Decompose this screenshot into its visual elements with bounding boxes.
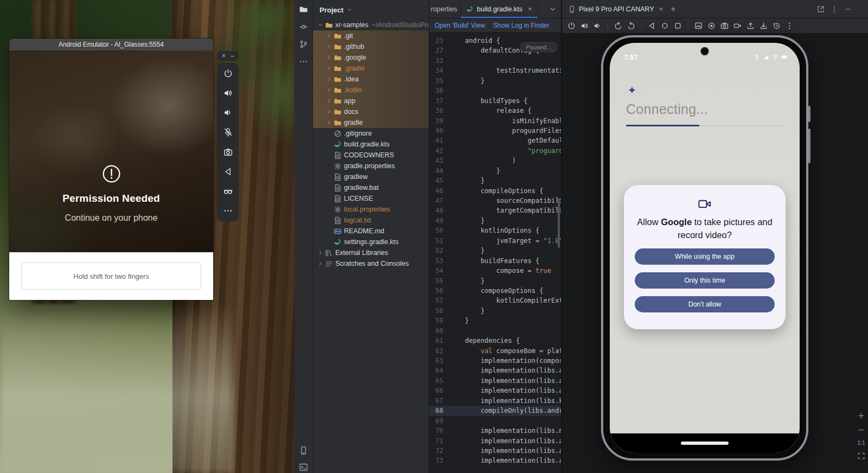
code-line-40[interactable]: 40 proguardFiles(: [429, 126, 561, 136]
download-icon[interactable]: [760, 22, 768, 30]
code-line-56[interactable]: 56 composeOptions {: [429, 286, 561, 296]
code-line-61[interactable]: 61dependencies {: [429, 336, 561, 346]
tree-item--kotlin[interactable]: .kotlin: [313, 85, 429, 95]
zoom-out-button[interactable]: [857, 426, 865, 434]
add-device-tab-button[interactable]: +: [671, 4, 675, 14]
allow-only-this-time-button[interactable]: Only this time: [635, 272, 775, 289]
project-panel-title[interactable]: Project: [320, 6, 343, 14]
device-tab-label[interactable]: Pixel 9 Pro API CANARY: [579, 5, 654, 13]
chevron-right-icon[interactable]: [325, 119, 333, 126]
code-line-37[interactable]: 37 buildTypes {: [429, 96, 561, 106]
emulator-screen[interactable]: Permission Needed Continue on your phone: [9, 50, 213, 252]
tree-item-settings-gradle-kts[interactable]: settings.gradle.kts: [313, 237, 429, 247]
code-line-51[interactable]: 51 jvmTarget = "1.8": [429, 236, 561, 246]
tab-gradle-properties[interactable]: roperties: [429, 0, 461, 18]
virtual-scene-icon[interactable]: [224, 187, 233, 196]
volume-up-icon[interactable]: [224, 88, 233, 98]
tree-item--idea[interactable]: .idea: [313, 74, 429, 85]
code-line-68[interactable]: 68 compileOnly(libs.android: [429, 406, 561, 416]
code-line-46[interactable]: 46 compileOptions {: [429, 186, 561, 196]
chevron-right-icon[interactable]: [325, 54, 333, 61]
allow-while-using-button[interactable]: While using the app: [635, 248, 775, 265]
tree-item-gradle-properties[interactable]: gradle.properties: [313, 161, 429, 171]
chevron-right-icon[interactable]: [316, 250, 324, 256]
fit-screen-button[interactable]: [857, 452, 865, 460]
chevron-right-icon[interactable]: [325, 108, 333, 115]
chevron-right-icon[interactable]: [316, 260, 324, 267]
code-line-38[interactable]: 38 release {: [429, 106, 561, 116]
more-horiz-icon[interactable]: [299, 57, 308, 66]
code-line-72[interactable]: 72 implementation(libs.andr: [429, 446, 561, 456]
code-line-35[interactable]: 35 }: [429, 76, 561, 86]
open-in-window-icon[interactable]: [817, 5, 825, 13]
code-line-48[interactable]: 48 targetCompatibility: [429, 206, 561, 215]
tree-item--github[interactable]: .github: [313, 41, 429, 52]
chevron-down-icon[interactable]: [346, 7, 353, 13]
mic-off-icon[interactable]: [224, 127, 233, 137]
code-line-45[interactable]: 45 }: [429, 176, 561, 186]
video-icon[interactable]: [733, 22, 742, 30]
code-line-41[interactable]: 41 getDefaultPr: [429, 136, 561, 145]
code-line-57[interactable]: 57 kotlinCompilerExtens: [429, 296, 561, 305]
more-vert-icon[interactable]: [786, 22, 794, 30]
phone-screen[interactable]: 7:57 Connecting... Allow Google to: [610, 43, 800, 453]
tree-item--google[interactable]: .google: [313, 52, 429, 63]
close-tab-icon[interactable]: ×: [528, 5, 532, 13]
close-button[interactable]: ×: [222, 52, 226, 60]
code-line-64[interactable]: 64 implementation(libs.andr: [429, 366, 561, 375]
code-line-50[interactable]: 50 kotlinOptions {: [429, 226, 561, 235]
terminal-icon[interactable]: [299, 463, 308, 472]
code-editor[interactable]: Paused... 23android {27 defaultConfig {3…: [429, 33, 561, 473]
tabs-dropdown-icon[interactable]: [549, 5, 557, 13]
code-line-73[interactable]: 73 implementation(libs.andr: [429, 456, 561, 465]
code-line-36[interactable]: 36: [429, 86, 561, 95]
code-line-63[interactable]: 63 implementation(composeBo: [429, 356, 561, 366]
upload-icon[interactable]: [746, 22, 755, 30]
back-icon[interactable]: [224, 167, 233, 176]
branch-icon[interactable]: [299, 40, 308, 49]
code-line-58[interactable]: 58 }: [429, 306, 561, 316]
tree-item-app[interactable]: app: [313, 95, 429, 106]
tree-item-build-gradle-kts[interactable]: build.gradle.kts: [313, 139, 429, 150]
chevron-right-icon[interactable]: [325, 65, 333, 72]
chevron-right-icon[interactable]: [325, 33, 333, 39]
camera-icon[interactable]: [720, 22, 729, 30]
tree-item--gitignore[interactable]: .gitignore: [313, 128, 429, 139]
power-icon[interactable]: [224, 69, 233, 78]
dont-allow-button[interactable]: Don't allow: [635, 296, 775, 312]
overview-icon[interactable]: [674, 22, 682, 30]
tab-build-gradle-kts[interactable]: build.gradle.kts ×: [461, 0, 538, 18]
home-icon[interactable]: [661, 22, 669, 30]
tree-item-license[interactable]: LICENSE: [313, 193, 429, 204]
code-line-59[interactable]: 59}: [429, 316, 561, 325]
chevron-right-icon[interactable]: [325, 87, 333, 93]
minimize-button[interactable]: –: [231, 52, 234, 60]
project-folder-icon[interactable]: [299, 5, 308, 14]
more-vert-icon[interactable]: [831, 5, 838, 13]
code-line-44[interactable]: 44 }: [429, 166, 561, 176]
code-line-34[interactable]: 34 testInstrumentationR: [429, 66, 561, 75]
tree-item-gradlew-bat[interactable]: gradlew.bat: [313, 182, 429, 193]
close-device-tab-icon[interactable]: ×: [659, 5, 663, 13]
device-icon[interactable]: [299, 446, 308, 455]
code-line-52[interactable]: 52 }: [429, 246, 561, 255]
chevron-right-icon[interactable]: [325, 76, 333, 82]
tree-item-logcat-txt[interactable]: logcat.txt: [313, 215, 429, 226]
tree-item--git[interactable]: .git: [313, 30, 429, 41]
snapshot-icon[interactable]: [773, 22, 781, 30]
tree-item-codeowners[interactable]: CODEOWNERS: [313, 150, 429, 161]
more-horiz-icon[interactable]: [224, 206, 233, 215]
rotate-right-icon[interactable]: [627, 22, 635, 30]
code-line-43[interactable]: 43 ): [429, 156, 561, 165]
open-build-view-link[interactable]: Open 'Build' View: [435, 22, 485, 29]
code-line-53[interactable]: 53 buildFeatures {: [429, 256, 561, 266]
camera-icon[interactable]: [224, 148, 233, 157]
code-line-47[interactable]: 47 sourceCompatibility: [429, 196, 561, 206]
chevron-right-icon[interactable]: [325, 43, 333, 50]
code-line-54[interactable]: 54 compose = true: [429, 266, 561, 276]
code-line-42[interactable]: 42 "proguard-ru: [429, 146, 561, 156]
tree-item--gradle[interactable]: .gradle: [313, 63, 429, 74]
tree-item-xr-samples[interactable]: xr-samples~/AndroidStudioProj: [313, 20, 429, 30]
code-line-62[interactable]: 62 val composeBom = platfor: [429, 346, 561, 356]
code-line-55[interactable]: 55 }: [429, 276, 561, 286]
